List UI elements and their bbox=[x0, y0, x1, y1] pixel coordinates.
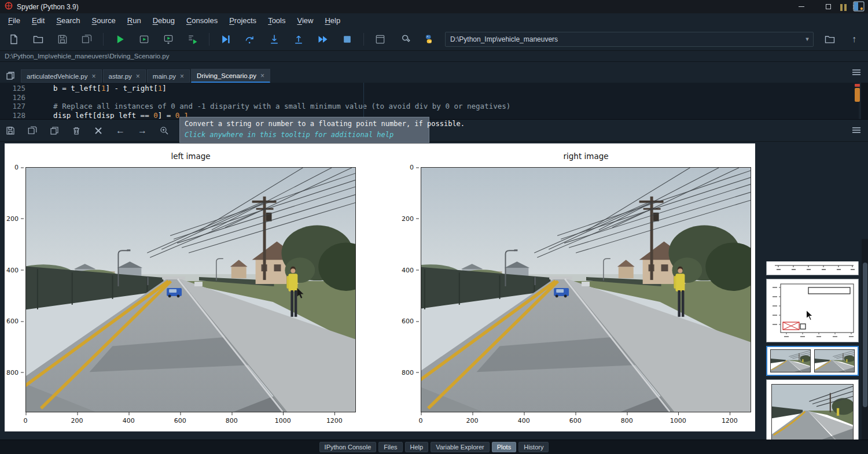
line-number: 127 bbox=[0, 102, 36, 111]
menu-projects[interactable]: Projects bbox=[223, 14, 262, 27]
remove-plot-icon[interactable] bbox=[69, 124, 83, 138]
pane-tab-plots[interactable]: Plots bbox=[492, 442, 516, 452]
editor-tab-main-py[interactable]: main.py× bbox=[147, 69, 190, 83]
thumbnail-path-plan-chart[interactable] bbox=[766, 279, 859, 342]
menu-debug[interactable]: Debug bbox=[147, 14, 181, 27]
line-number: 128 bbox=[0, 111, 36, 120]
step-into-button[interactable] bbox=[266, 31, 282, 47]
thumbnail-scrollbar[interactable] bbox=[862, 239, 868, 454]
subplot-title: left image bbox=[25, 152, 356, 161]
save-all-plots-icon[interactable] bbox=[25, 124, 39, 138]
y-tick-label: 400 bbox=[6, 266, 19, 274]
close-tab-icon[interactable]: × bbox=[136, 73, 140, 80]
save-plot-icon[interactable] bbox=[3, 124, 17, 138]
x-axis-ticks: 020040060080010001200 bbox=[421, 412, 751, 425]
step-out-button[interactable] bbox=[290, 31, 307, 47]
editor-tab-driving_scenario-py[interactable]: Driving_Scenario.py× bbox=[191, 69, 270, 83]
menu-source[interactable]: Source bbox=[86, 14, 122, 27]
y-axis-ticks: 0200400600800 bbox=[2, 167, 25, 412]
pause-icon[interactable] bbox=[837, 2, 849, 13]
editor-pane: articulatedVehicle.py×astar.py×main.py×D… bbox=[0, 62, 868, 119]
python-path-manager-icon[interactable] bbox=[421, 31, 437, 47]
plots-options-menu-icon[interactable] bbox=[852, 126, 861, 136]
debug-file-button[interactable] bbox=[218, 31, 234, 47]
tab-label: main.py bbox=[153, 73, 176, 80]
status-bar: IPython ConsoleFilesHelpVariable Explore… bbox=[0, 440, 868, 454]
completion-tooltip[interactable]: Convert a string or number to a floating… bbox=[179, 117, 429, 143]
line-number: 125 bbox=[0, 84, 36, 93]
pane-tab-help[interactable]: Help bbox=[405, 442, 429, 452]
right-camera-image bbox=[421, 167, 751, 412]
tooltip-help-link[interactable]: Click anywhere in this tooltip for addit… bbox=[185, 131, 424, 139]
stereo-figure: left image bbox=[5, 143, 755, 431]
dock-pane-icon[interactable] bbox=[853, 1, 865, 14]
edge-line-indicator bbox=[363, 83, 364, 119]
code-text bbox=[36, 93, 41, 102]
continue-button[interactable] bbox=[315, 31, 331, 47]
browse-tabs-icon[interactable] bbox=[3, 69, 17, 82]
close-tab-icon[interactable]: × bbox=[91, 73, 95, 80]
menu-file[interactable]: File bbox=[2, 14, 26, 27]
minimize-button[interactable] bbox=[788, 0, 815, 13]
go-up-button[interactable]: ↑ bbox=[846, 31, 862, 47]
close-tab-icon[interactable]: × bbox=[260, 72, 264, 79]
run-cell-advance-button[interactable] bbox=[160, 31, 176, 47]
scrollbar-thumb[interactable] bbox=[863, 263, 867, 407]
step-over-button[interactable] bbox=[242, 31, 258, 47]
menu-help[interactable]: Help bbox=[319, 14, 346, 27]
editor-tab-articulatedvehicle-py[interactable]: articulatedVehicle.py× bbox=[21, 69, 102, 83]
thumbnail-stereo-pair[interactable] bbox=[766, 346, 859, 376]
menu-consoles[interactable]: Consoles bbox=[181, 14, 223, 27]
spyder-window: Spyder (Python 3.9) × FileEditSearchSour… bbox=[0, 0, 868, 454]
remove-all-plots-icon[interactable] bbox=[91, 124, 105, 138]
title-bar: Spyder (Python 3.9) × bbox=[0, 0, 868, 13]
x-tick-label: 400 bbox=[518, 417, 530, 425]
save-all-button[interactable] bbox=[79, 31, 95, 47]
previous-plot-icon[interactable]: ← bbox=[113, 124, 127, 138]
menu-tools[interactable]: Tools bbox=[262, 14, 291, 27]
code-text: b = t_left[1] - t_right[1] bbox=[36, 84, 167, 93]
menu-edit[interactable]: Edit bbox=[26, 14, 50, 27]
x-tick-label: 600 bbox=[569, 417, 582, 425]
pane-tab-files[interactable]: Files bbox=[378, 442, 402, 452]
x-tick-label: 1000 bbox=[670, 417, 686, 425]
editor-error-flag bbox=[855, 84, 860, 87]
save-button[interactable] bbox=[54, 31, 71, 47]
thumbnail-camera-frame-1[interactable] bbox=[766, 379, 859, 448]
menu-search[interactable]: Search bbox=[50, 14, 86, 27]
editor-tab-astar-py[interactable]: astar.py× bbox=[103, 69, 146, 83]
window-title: Spyder (Python 3.9) bbox=[17, 3, 79, 11]
editor-scrollbar[interactable] bbox=[861, 83, 868, 119]
spyder-logo-icon bbox=[5, 2, 13, 12]
pane-tab-ipython-console[interactable]: IPython Console bbox=[319, 442, 377, 452]
copy-plot-icon[interactable] bbox=[47, 124, 61, 138]
close-tab-icon[interactable]: × bbox=[180, 73, 184, 80]
thumbnail-trajectory-plot[interactable] bbox=[766, 261, 859, 275]
x-tick-label: 1200 bbox=[722, 417, 738, 425]
menu-view[interactable]: View bbox=[291, 14, 319, 27]
browse-directory-button[interactable] bbox=[822, 31, 838, 47]
open-file-button[interactable] bbox=[30, 31, 46, 47]
run-selection-button[interactable] bbox=[185, 31, 201, 47]
preferences-wrench-icon[interactable] bbox=[396, 31, 413, 47]
new-file-button[interactable] bbox=[6, 31, 22, 47]
next-plot-icon[interactable]: → bbox=[135, 124, 149, 138]
run-button[interactable] bbox=[112, 31, 128, 47]
pane-tab-history[interactable]: History bbox=[518, 442, 549, 452]
tab-label: Driving_Scenario.py bbox=[197, 72, 256, 79]
code-line: 125 b = t_left[1] - t_right[1] bbox=[0, 84, 859, 93]
y-tick-label: 0 bbox=[410, 164, 414, 171]
code-editor[interactable]: 125 b = t_left[1] - t_right[1]126 127 # … bbox=[0, 83, 859, 119]
stop-button[interactable] bbox=[339, 31, 355, 47]
maximize-pane-button[interactable] bbox=[372, 31, 388, 47]
menu-run[interactable]: Run bbox=[122, 14, 147, 27]
run-cell-button[interactable] bbox=[136, 31, 152, 47]
x-tick-label: 400 bbox=[123, 417, 135, 425]
zoom-in-icon[interactable] bbox=[157, 124, 171, 138]
pane-tab-variable-explorer[interactable]: Variable Explorer bbox=[431, 442, 490, 452]
camera-frame-mini bbox=[771, 384, 854, 441]
working-directory-combo[interactable]: D:\Python_Imp\vehicle_maneuvers ▾ bbox=[445, 32, 814, 47]
toolbar-separator bbox=[363, 33, 364, 46]
code-line: 127 # Replace all instances of 0 and -1 … bbox=[0, 102, 859, 111]
editor-options-menu-icon[interactable] bbox=[852, 68, 861, 78]
